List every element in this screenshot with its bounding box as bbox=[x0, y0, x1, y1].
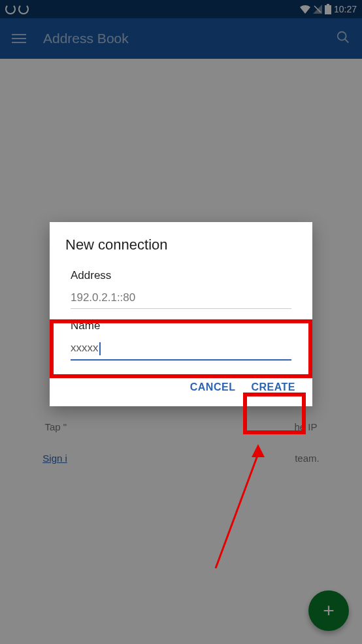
address-input[interactable] bbox=[71, 289, 291, 309]
address-label: Address bbox=[71, 269, 291, 282]
name-label: Name bbox=[71, 319, 291, 332]
text-cursor bbox=[99, 342, 101, 355]
create-button[interactable]: CREATE bbox=[251, 381, 295, 393]
dialog-title: New connection bbox=[50, 236, 312, 261]
new-connection-dialog: New connection Address Name xxxxx CANCEL… bbox=[50, 222, 312, 406]
name-input[interactable]: xxxxx bbox=[71, 339, 291, 361]
name-input-value: xxxxx bbox=[71, 342, 99, 354]
address-field-group: Address bbox=[50, 261, 312, 312]
dialog-actions: CANCEL CREATE bbox=[50, 363, 312, 406]
name-field-group: Name xxxxx bbox=[50, 312, 312, 363]
cancel-button[interactable]: CANCEL bbox=[190, 381, 236, 393]
